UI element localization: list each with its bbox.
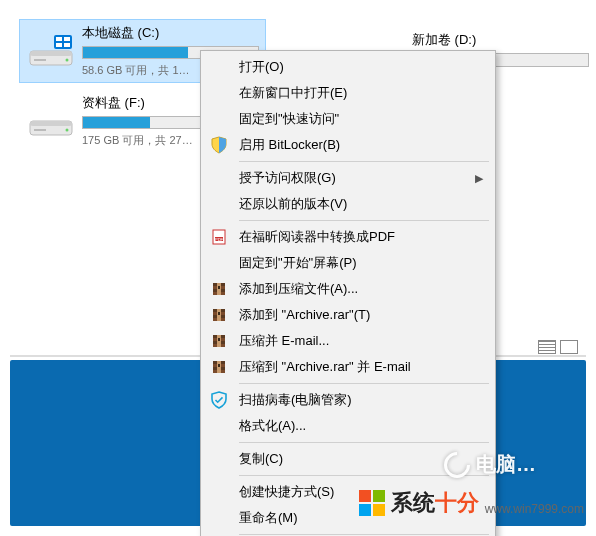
context-menu-item[interactable]: 扫描病毒(电脑管家) [203, 387, 493, 413]
context-menu-item[interactable]: 压缩到 "Archive.rar" 并 E-mail [203, 354, 493, 380]
context-menu-item-label: 在新窗口中打开(E) [239, 84, 347, 102]
context-menu-item[interactable]: 还原以前的版本(V) [203, 191, 493, 217]
svg-rect-24 [218, 286, 220, 289]
context-menu-item-label: 固定到"快速访问" [239, 110, 339, 128]
drive-icon [26, 24, 76, 74]
guard-icon [209, 390, 229, 410]
context-menu-item-label: 压缩并 E-mail... [239, 332, 329, 350]
context-menu-item[interactable]: 添加到压缩文件(A)... [203, 276, 493, 302]
context-menu-item[interactable]: 在新窗口中打开(E) [203, 80, 493, 106]
context-menu-item-label: 打开(O) [239, 58, 284, 76]
svg-rect-16 [34, 129, 46, 131]
svg-rect-6 [64, 37, 70, 41]
chevron-right-icon: ▶ [475, 172, 483, 185]
svg-rect-39 [218, 364, 220, 367]
context-menu-separator [239, 161, 489, 162]
context-menu-item[interactable]: 授予访问权限(G)▶ [203, 165, 493, 191]
context-menu-separator [239, 220, 489, 221]
svg-rect-14 [30, 121, 72, 126]
context-menu-item-label: 复制(C) [239, 450, 283, 468]
svg-text:PDF: PDF [215, 237, 224, 242]
drive-label: 新加卷 (D:) [412, 31, 589, 49]
rar-icon [209, 279, 229, 299]
context-menu-item[interactable]: 格式化(A)... [203, 413, 493, 439]
drive-icon [26, 94, 76, 144]
view-tiles-icon[interactable] [560, 340, 578, 354]
svg-rect-8 [64, 43, 70, 47]
context-menu-item-label: 压缩到 "Archive.rar" 并 E-mail [239, 358, 411, 376]
shield-icon [209, 135, 229, 155]
ms-logo-icon [359, 490, 385, 516]
view-mode-icons [538, 340, 578, 354]
gauge-icon [439, 446, 476, 483]
context-menu-item-label: 固定到"开始"屏幕(P) [239, 254, 357, 272]
context-menu-item-label: 重命名(M) [239, 509, 298, 527]
context-menu-separator [239, 442, 489, 443]
context-menu-item-label: 创建快捷方式(S) [239, 483, 334, 501]
svg-rect-3 [34, 59, 46, 61]
context-menu-item-label: 在福昕阅读器中转换成PDF [239, 228, 395, 246]
svg-rect-34 [218, 338, 220, 341]
watermark-url: www.win7999.com [485, 502, 584, 516]
watermark-brand1-text: 电脑… [476, 451, 536, 478]
context-menu-separator [239, 534, 489, 535]
context-menu-item-label: 还原以前的版本(V) [239, 195, 347, 213]
context-menu-item[interactable]: 固定到"开始"屏幕(P) [203, 250, 493, 276]
context-menu-item-label: 启用 BitLocker(B) [239, 136, 340, 154]
context-menu-item[interactable]: 固定到"快速访问" [203, 106, 493, 132]
rar-icon [209, 357, 229, 377]
pdf-icon: PDF [209, 227, 229, 247]
view-details-icon[interactable] [538, 340, 556, 354]
context-menu-item[interactable]: PDF在福昕阅读器中转换成PDF [203, 224, 493, 250]
watermark-brand1: 电脑… [444, 451, 536, 478]
context-menu-item[interactable]: 压缩并 E-mail... [203, 328, 493, 354]
context-menu-item[interactable]: 打开(O) [203, 54, 493, 80]
context-menu-item-label: 扫描病毒(电脑管家) [239, 391, 352, 409]
context-menu-item-label: 添加到压缩文件(A)... [239, 280, 358, 298]
drive-label: 本地磁盘 (C:) [82, 24, 259, 42]
svg-rect-29 [218, 312, 220, 315]
context-menu-separator [239, 383, 489, 384]
context-menu-item[interactable]: 启用 BitLocker(B) [203, 132, 493, 158]
rar-icon [209, 331, 229, 351]
context-menu-item-label: 添加到 "Archive.rar"(T) [239, 306, 370, 324]
context-menu-item-label: 格式化(A)... [239, 417, 306, 435]
svg-rect-5 [56, 37, 62, 41]
svg-rect-7 [56, 43, 62, 47]
svg-point-15 [66, 129, 69, 132]
context-menu-item[interactable]: 添加到 "Archive.rar"(T) [203, 302, 493, 328]
svg-point-2 [66, 59, 69, 62]
context-menu-item-label: 授予访问权限(G) [239, 169, 336, 187]
watermark-brand2: 系统十分 www.win7999.com [359, 488, 584, 518]
watermark-brand2-text: 系统十分 [391, 488, 479, 518]
svg-rect-1 [30, 51, 72, 56]
rar-icon [209, 305, 229, 325]
